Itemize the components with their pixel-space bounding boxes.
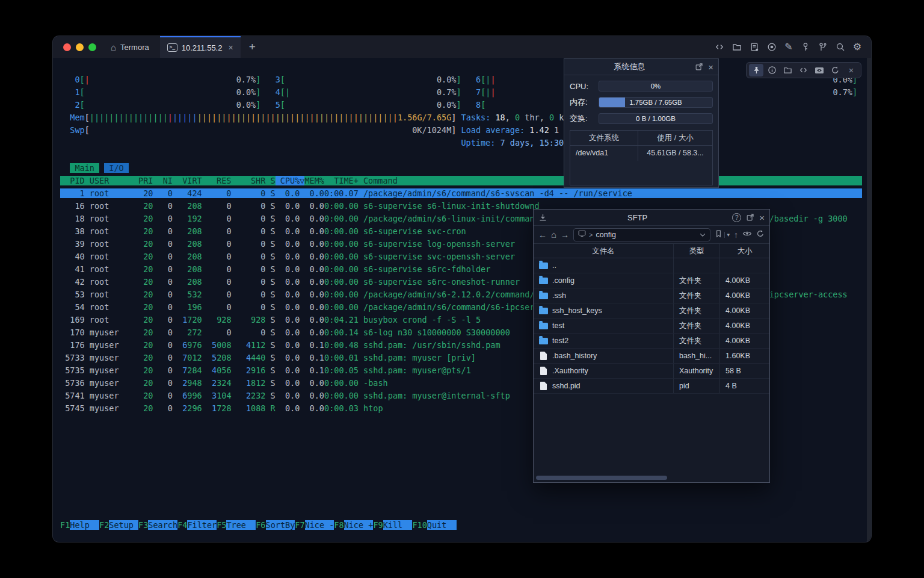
code-snippets-icon[interactable]	[715, 42, 724, 52]
file-size: 1.60KB	[720, 349, 769, 363]
process-row-selected[interactable]: 1 root 20 0 424 0 0 S 0.0 0.00:00.07 /pa…	[60, 187, 862, 200]
folder-icon	[539, 293, 548, 299]
htop-tab-io[interactable]: I/O	[104, 163, 129, 173]
process-table-header[interactable]: PID USER PRI NI VIRT RES SHR S CPU%▽MEM%…	[60, 175, 862, 187]
terminal-scrollbar[interactable]	[867, 58, 871, 542]
file-row[interactable]: .bash_historybash_hi...1.60KB	[534, 349, 769, 364]
file-row[interactable]: ..	[534, 258, 769, 273]
show-hidden-eye-icon[interactable]	[742, 229, 752, 240]
terminal-icon: >_	[167, 43, 177, 52]
fkey-f7[interactable]: F7	[295, 520, 304, 530]
home-icon[interactable]: ⌂	[551, 231, 556, 239]
folder-icon	[539, 338, 548, 344]
forward-icon[interactable]: →	[561, 231, 569, 239]
fkey-label[interactable]: Help	[70, 520, 99, 530]
bookmark-dropdown-icon[interactable]: ▾	[724, 232, 730, 238]
file-size: 58 B	[720, 364, 769, 378]
cpu-meter-line: 2[ 0.0%] 5[ 0.0%] 8[	[60, 99, 862, 111]
code-button[interactable]	[796, 64, 811, 76]
fkey-label[interactable]: Nice -	[305, 520, 334, 530]
file-size: 4.00KB	[720, 303, 769, 318]
log-icon[interactable]	[750, 42, 759, 52]
file-name: .ssh	[552, 291, 566, 300]
fkey-label[interactable]: SortBy	[266, 520, 295, 530]
new-tab-button[interactable]: +	[241, 40, 264, 54]
settings-gear-icon[interactable]: ⚙	[853, 42, 861, 52]
info-button[interactable]	[765, 64, 779, 76]
type-column-header[interactable]: 类型	[674, 244, 720, 258]
fkey-label[interactable]: Setup	[109, 520, 138, 530]
back-icon[interactable]: ←	[538, 231, 547, 239]
swap-label: 交换:	[570, 113, 594, 124]
fkey-label[interactable]: Nice +	[344, 520, 374, 530]
tab-termora-home[interactable]: ⌂ Termora	[105, 36, 160, 58]
file-type: bash_hi...	[674, 349, 720, 363]
name-column-header[interactable]: 文件名	[534, 244, 674, 258]
refresh-button[interactable]	[828, 64, 843, 76]
keychain-icon[interactable]	[818, 42, 828, 52]
file-row[interactable]: sshd.pidpid4 B	[534, 379, 769, 394]
folder-icon[interactable]	[732, 42, 742, 52]
floating-toolbar: ×	[746, 62, 861, 78]
summary-line	[60, 149, 862, 162]
upload-icon[interactable]: ↑	[734, 231, 738, 239]
fkey-f2[interactable]: F2	[99, 520, 109, 530]
file-name: sshd.pid	[552, 382, 581, 390]
fkey-label[interactable]: Tree	[226, 520, 256, 530]
file-row[interactable]: .ssh文件夹4.00KB	[534, 288, 769, 303]
summary-line: Uptime: 7 days, 15:30	[60, 137, 862, 149]
fkey-f1[interactable]: F1	[60, 520, 70, 530]
usage-column-header: 使用 / 大小	[638, 131, 712, 145]
filesystem-row[interactable]: /dev/vda1 45.61GB / 58.3...	[570, 146, 712, 161]
breadcrumb-separator: >	[589, 231, 593, 238]
edit-icon[interactable]: ✎	[784, 42, 792, 52]
close-window-button[interactable]	[63, 43, 71, 51]
htop-screen-tabs: Main I/O	[60, 162, 862, 175]
pin-button[interactable]	[749, 64, 763, 76]
help-icon[interactable]: ?	[732, 213, 741, 222]
file-row[interactable]: test文件夹4.00KB	[534, 319, 769, 334]
fkey-label[interactable]: Search	[148, 520, 177, 530]
close-sftp-icon[interactable]: ×	[759, 213, 765, 222]
fkey-f9[interactable]: F9	[373, 520, 383, 530]
sftp-horizontal-scrollbar[interactable]	[536, 476, 667, 480]
fkey-f6[interactable]: F6	[256, 520, 265, 530]
file-row[interactable]: .XauthorityXauthority58 B	[534, 364, 769, 379]
fkey-f3[interactable]: F3	[138, 520, 148, 530]
fkey-label[interactable]: Kill	[383, 520, 413, 530]
fkey-f4[interactable]: F4	[177, 520, 187, 530]
download-icon[interactable]	[538, 213, 547, 222]
fkey-f5[interactable]: F5	[217, 520, 226, 530]
fkey-label[interactable]: Quit	[427, 520, 457, 530]
tab-ssh-session[interactable]: >_ 10.211.55.2 ×	[160, 36, 241, 58]
minimize-window-button[interactable]	[76, 43, 84, 51]
files-button[interactable]	[781, 64, 795, 76]
fkey-f10[interactable]: F10	[412, 520, 427, 530]
key-icon[interactable]	[801, 42, 810, 52]
chevron-down-icon[interactable]	[700, 231, 706, 239]
search-icon[interactable]	[836, 42, 845, 52]
open-in-window-icon[interactable]	[695, 63, 703, 71]
file-row[interactable]: .config文件夹4.00KB	[534, 273, 769, 288]
fkey-f8[interactable]: F8	[334, 520, 343, 530]
file-row[interactable]: ssh_host_keys文件夹4.00KB	[534, 303, 769, 319]
path-breadcrumb[interactable]: > config	[573, 228, 710, 241]
open-in-window-icon[interactable]	[746, 213, 754, 222]
close-panel-icon[interactable]: ×	[708, 63, 713, 72]
close-toolbar-icon[interactable]: ×	[844, 64, 858, 76]
file-row[interactable]: test2文件夹4.00KB	[534, 334, 769, 349]
system-info-title: 系统信息	[569, 61, 690, 72]
file-name: .Xauthority	[552, 367, 588, 375]
refresh-icon[interactable]	[756, 229, 765, 240]
gpu-monitor-icon[interactable]	[812, 64, 827, 76]
close-tab-icon[interactable]: ×	[228, 43, 233, 52]
record-icon[interactable]	[767, 42, 777, 52]
current-directory: config	[596, 231, 616, 239]
htop-tab-main[interactable]: Main	[70, 163, 99, 173]
cpu-value: 0%	[599, 81, 712, 91]
zoom-window-button[interactable]	[88, 43, 96, 51]
fkey-label[interactable]: Filter	[187, 520, 217, 530]
bookmark-icon[interactable]	[715, 229, 722, 240]
size-column-header[interactable]: 大小	[720, 244, 769, 258]
cpu-usage-row: CPU: 0%	[564, 81, 718, 92]
